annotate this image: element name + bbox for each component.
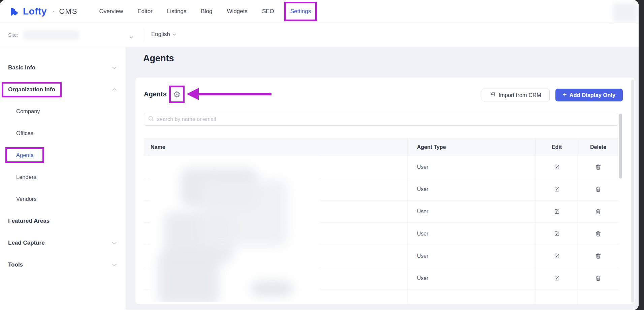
edit-icon[interactable] (553, 163, 560, 170)
sidebar-item-label: Vendors (0, 196, 37, 202)
nav-item-blog[interactable]: Blog (201, 8, 212, 15)
add-button-label: Add Display Only (570, 92, 616, 98)
panel-scrollbar-track[interactable] (631, 80, 634, 303)
chevron-down-icon (112, 65, 117, 71)
sidebar-item-vendors[interactable]: Vendors (0, 188, 126, 210)
sidebar-item-label: Basic Info (0, 64, 35, 71)
app-window: Lofty · CMS Overview Editor Listings Blo… (0, 0, 639, 310)
column-header-agent-type: Agent Type (408, 138, 536, 156)
add-display-only-button[interactable]: + Add Display Only (555, 89, 623, 101)
brand-logo[interactable]: Lofty · CMS (8, 5, 78, 18)
annotation-box-agents: Agents (5, 147, 44, 163)
chevron-down-icon (112, 240, 117, 246)
trash-icon[interactable] (595, 230, 602, 237)
column-header-edit: Edit (536, 138, 578, 156)
sidebar-item-label: Lead Capture (0, 240, 45, 246)
sidebar-item-label: Featured Areas (0, 218, 50, 224)
nav-item-seo[interactable]: SEO (262, 8, 274, 15)
page-title: Agents (143, 53, 174, 64)
edit-icon[interactable] (553, 208, 560, 215)
sidebar-item-label: Agents (16, 152, 33, 158)
sidebar-item-label: Lenders (0, 174, 36, 180)
table-scrollbar-thumb[interactable] (619, 114, 622, 179)
chevron-down-icon (112, 262, 117, 268)
blurred-user-avatar (613, 3, 637, 22)
agents-table: Name Agent Type Edit Delete User User (144, 138, 618, 304)
brand-product: CMS (59, 7, 78, 16)
trash-icon[interactable] (595, 275, 602, 282)
brand-separator: · (53, 7, 55, 15)
edit-icon[interactable] (553, 230, 560, 237)
trash-icon[interactable] (595, 253, 602, 259)
nav-item-widgets[interactable]: Widgets (227, 8, 247, 15)
sidebar-item-lead-capture[interactable]: Lead Capture (0, 232, 126, 254)
site-label: Site: (8, 32, 18, 38)
sidebar-item-company[interactable]: Company (0, 100, 126, 122)
table-row: User (144, 156, 618, 178)
settings-sidebar: Basic Info Organization Info Company Off… (0, 47, 126, 310)
search-icon (148, 116, 154, 123)
agent-type-cell: User (408, 200, 536, 222)
top-navigation-bar: Lofty · CMS Overview Editor Listings Blo… (0, 0, 639, 23)
sidebar-item-lenders[interactable]: Lenders (0, 166, 126, 188)
table-row-partial (144, 289, 618, 304)
column-header-delete: Delete (578, 138, 618, 156)
site-selector-bar: Site: English ? (0, 23, 639, 47)
vertical-divider (144, 28, 144, 42)
search-input[interactable] (157, 116, 618, 122)
agent-type-cell: User (408, 178, 536, 200)
table-row: User (144, 267, 618, 289)
table-header-row: Name Agent Type Edit Delete (144, 138, 618, 156)
sidebar-item-label: Company (0, 108, 40, 115)
import-button-label: Import from CRM (498, 92, 541, 98)
table-row: User (144, 223, 618, 245)
agent-type-cell: User (408, 223, 536, 245)
chevron-up-icon (112, 87, 117, 93)
import-from-crm-button[interactable]: Import from CRM (482, 89, 550, 101)
sidebar-item-label: Organization Info (8, 86, 55, 93)
top-nav: Overview Editor Listings Blog Widgets SE… (99, 6, 313, 17)
chevron-down-icon (129, 36, 133, 39)
agents-panel: Agents ⚙ Import from CRM + (135, 77, 635, 304)
gear-icon[interactable]: ⚙ (173, 90, 181, 99)
annotation-arrow-head (187, 88, 199, 100)
plus-icon: + (563, 91, 567, 99)
sidebar-item-label: Offices (0, 130, 33, 136)
edit-icon[interactable] (553, 186, 560, 193)
sidebar-item-featured-areas[interactable]: Featured Areas (0, 210, 126, 232)
edit-icon[interactable] (553, 275, 560, 282)
nav-item-editor[interactable]: Editor (137, 8, 152, 15)
nav-item-overview[interactable]: Overview (99, 8, 123, 15)
trash-icon[interactable] (595, 208, 602, 215)
blurred-site-name (24, 31, 79, 40)
agent-type-cell (408, 289, 536, 304)
sidebar-item-tools[interactable]: Tools (0, 254, 126, 276)
table-row: User (144, 245, 618, 267)
site-dropdown[interactable] (129, 34, 133, 40)
annotation-box-gear: ⚙ (169, 86, 185, 103)
sidebar-item-offices[interactable]: Offices (0, 122, 126, 144)
annotation-box-organization-info: Organization Info (2, 82, 62, 97)
nav-item-listings[interactable]: Listings (167, 8, 187, 15)
sidebar-item-agents[interactable]: Agents (0, 144, 126, 166)
trash-icon[interactable] (595, 164, 602, 170)
sidebar-item-basic-info[interactable]: Basic Info (0, 57, 126, 79)
lofty-logo-icon (8, 5, 20, 18)
trash-icon[interactable] (595, 186, 602, 193)
main-content: Agents Agents ⚙ Import from CRM (126, 47, 639, 310)
chevron-down-icon (172, 33, 176, 36)
table-row: User (144, 178, 618, 200)
column-header-name: Name (144, 144, 408, 150)
sidebar-item-label: Tools (0, 261, 23, 268)
agent-search-box (144, 113, 618, 126)
import-icon (490, 92, 495, 98)
language-dropdown[interactable]: English (151, 31, 176, 38)
annotation-box-settings: Settings (284, 2, 317, 21)
brand-name: Lofty (23, 6, 47, 17)
annotation-arrow-shaft (198, 93, 271, 95)
agent-type-cell: User (408, 267, 536, 289)
edit-icon[interactable] (553, 252, 560, 259)
table-row: User (144, 200, 618, 223)
sidebar-item-organization-info[interactable]: Organization Info (0, 79, 126, 100)
nav-item-settings[interactable]: Settings (290, 8, 311, 14)
